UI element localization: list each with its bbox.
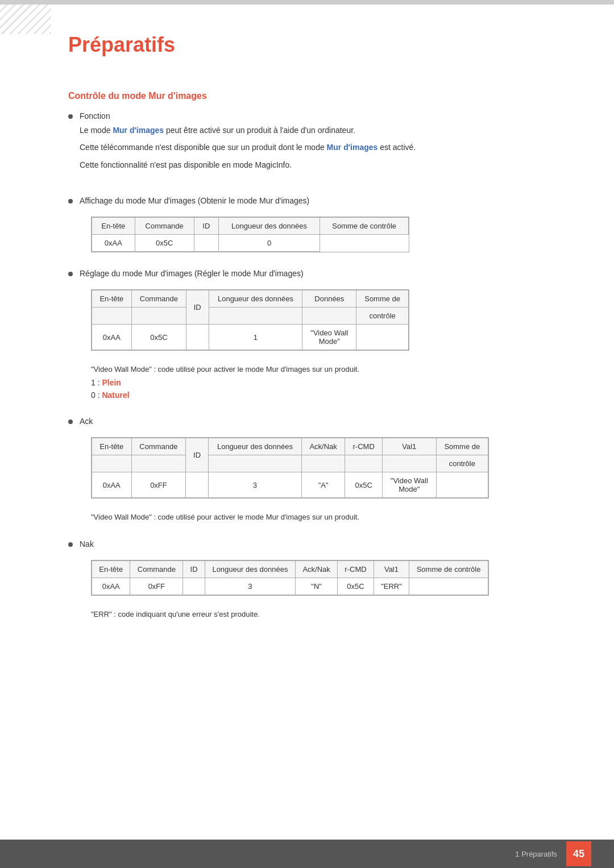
th-commande-2b — [131, 308, 186, 325]
td-somme-val-nak — [409, 578, 488, 595]
td-data-2: "Video WallMode" — [302, 325, 356, 350]
th-longueur-2: Longueur des données — [209, 290, 302, 308]
th-val1-ack2 — [383, 455, 437, 472]
th-entete-ack: En-tête — [92, 438, 132, 455]
table-nak: En-tête Commande ID Longueur des données… — [92, 560, 488, 595]
th-val1-nak: Val1 — [374, 561, 409, 578]
td-0xaa-2: 0xAA — [92, 325, 132, 350]
highlight-naturel: Naturel — [102, 391, 129, 400]
section-title: Contrôle du mode Mur d'images — [68, 91, 569, 101]
bullet-label-reglage: Réglage du mode Mur d'images (Régler le … — [80, 269, 569, 278]
bullet-dot-4 — [68, 420, 73, 424]
bullet-dot-2 — [68, 199, 73, 203]
td-somme-val-ack — [436, 472, 488, 498]
note-videowall-1: "Video Wall Mode" : code utilisé pour ac… — [80, 365, 569, 373]
bullet-label-fonction: Fonction — [80, 111, 569, 121]
td-len-nak: 3 — [205, 578, 295, 595]
th-longueur-ack: Longueur des données — [208, 438, 301, 455]
bullet-dot-5 — [68, 542, 73, 547]
table-affichage: En-tête Commande ID Longueur des données… — [92, 217, 409, 252]
gap-3 — [68, 533, 569, 539]
table-ack: En-tête Commande ID Longueur des données… — [92, 438, 488, 498]
table-affichage-container: En-tête Commande ID Longueur des données… — [91, 217, 409, 252]
para-fonction-3: Cette fonctionnalité n'est pas disponibl… — [80, 159, 569, 171]
th-donnees-2b — [302, 308, 356, 325]
footer: 1 Préparatifs 45 — [0, 840, 614, 868]
th-commande-ack: Commande — [131, 438, 186, 455]
th-entete-nak: En-tête — [92, 561, 130, 578]
bullet-dot-1 — [68, 114, 73, 119]
code-plein: 1 : Plein — [91, 378, 569, 387]
bullet-ack: Ack En-tête Commande ID Longueur des don… — [68, 417, 569, 526]
td-0xaa-1: 0xAA — [92, 235, 135, 252]
td-id-val-ack — [186, 472, 208, 498]
td-rcmd-val-ack: 0x5C — [345, 472, 383, 498]
td-id-val-nak — [183, 578, 205, 595]
gap-2 — [68, 410, 569, 417]
th-id-nak: ID — [183, 561, 205, 578]
bullet-content-ack: Ack En-tête Commande ID Longueur des don… — [80, 417, 569, 526]
th-donnees-2: Données — [302, 290, 356, 308]
bullet-content-reglage: Réglage du mode Mur d'images (Régler le … — [80, 269, 569, 403]
td-0xaa-ack: 0xAA — [92, 472, 132, 498]
td-somme-val-2 — [356, 325, 409, 350]
bullet-fonction: Fonction Le mode Mur d'images peut être … — [68, 111, 569, 176]
th-val1-ack: Val1 — [383, 438, 437, 455]
th-somme-ack-b: contrôle — [436, 455, 488, 472]
th-commande-1: Commande — [135, 218, 194, 235]
th-acknak-ack: Ack/Nak — [302, 438, 345, 455]
th-rcmd-nak: r-CMD — [338, 561, 374, 578]
corner-accent — [0, 0, 51, 34]
gap-1 — [68, 182, 569, 196]
th-entete-2: En-tête — [92, 290, 132, 308]
td-acknak-val-ack: "A" — [302, 472, 345, 498]
td-0x5c-1: 0x5C — [135, 235, 194, 252]
th-id-ack: ID — [186, 438, 208, 472]
top-bar — [0, 0, 614, 5]
bullet-label-ack: Ack — [80, 417, 569, 426]
code-naturel: 0 : Naturel — [91, 391, 569, 400]
td-id-val-1 — [194, 235, 218, 252]
bullet-nak: Nak En-tête Commande ID Longueur des don… — [68, 539, 569, 623]
note-videowall-2: "Video Wall Mode" : code utilisé pour ac… — [80, 513, 569, 521]
td-rcmd-val-nak: 0x5C — [338, 578, 374, 595]
th-somme-nak: Somme de contrôle — [409, 561, 488, 578]
highlight-mur-images-2: Mur d'images — [327, 143, 378, 152]
td-0xff-nak: 0xFF — [130, 578, 183, 595]
bullet-label-affichage: Affichage du mode Mur d'images (Obtenir … — [80, 196, 569, 205]
para-fonction-1: Le mode Mur d'images peut être activé su… — [80, 124, 569, 136]
th-id-2: ID — [186, 290, 209, 325]
th-somme-2b: contrôle — [356, 308, 409, 325]
bullet-label-nak: Nak — [80, 539, 569, 549]
td-0xff-ack: 0xFF — [131, 472, 186, 498]
td-acknak-val-nak: "N" — [296, 578, 338, 595]
bullet-reglage: Réglage du mode Mur d'images (Régler le … — [68, 269, 569, 403]
footer-page-number: 45 — [566, 841, 591, 866]
table-nak-container: En-tête Commande ID Longueur des données… — [91, 560, 489, 596]
td-val1-val-nak: "ERR" — [374, 578, 409, 595]
th-entete-2b — [92, 308, 132, 325]
td-0x5c-2: 0x5C — [131, 325, 186, 350]
th-rcmd-ack2 — [345, 455, 383, 472]
footer-label: 1 Préparatifs — [515, 850, 557, 858]
td-0xaa-nak: 0xAA — [92, 578, 130, 595]
page-title: Préparatifs — [68, 33, 569, 57]
th-entete-ack2 — [92, 455, 132, 472]
th-longueur-1: Longueur des données — [218, 218, 320, 235]
th-commande-2: Commande — [131, 290, 186, 308]
th-somme-ack-a: Somme de — [436, 438, 488, 455]
th-commande-nak: Commande — [130, 561, 183, 578]
th-entete-1: En-tête — [92, 218, 135, 235]
bullet-content-affichage: Affichage du mode Mur d'images (Obtenir … — [80, 196, 569, 262]
th-longueur-ack2 — [208, 455, 301, 472]
td-val1-val-ack: "Video WallMode" — [383, 472, 437, 498]
bullet-content-fonction: Fonction Le mode Mur d'images peut être … — [80, 111, 569, 176]
para-fonction-2: Cette télécommande n'est disponible que … — [80, 141, 569, 153]
th-acknak-ack2 — [302, 455, 345, 472]
table-reglage: En-tête Commande ID Longueur des données… — [92, 290, 409, 350]
td-len-2: 1 — [209, 325, 302, 350]
th-longueur-nak: Longueur des données — [205, 561, 295, 578]
th-longueur-2b — [209, 308, 302, 325]
bullet-affichage: Affichage du mode Mur d'images (Obtenir … — [68, 196, 569, 262]
table-reglage-container: En-tête Commande ID Longueur des données… — [91, 289, 409, 351]
